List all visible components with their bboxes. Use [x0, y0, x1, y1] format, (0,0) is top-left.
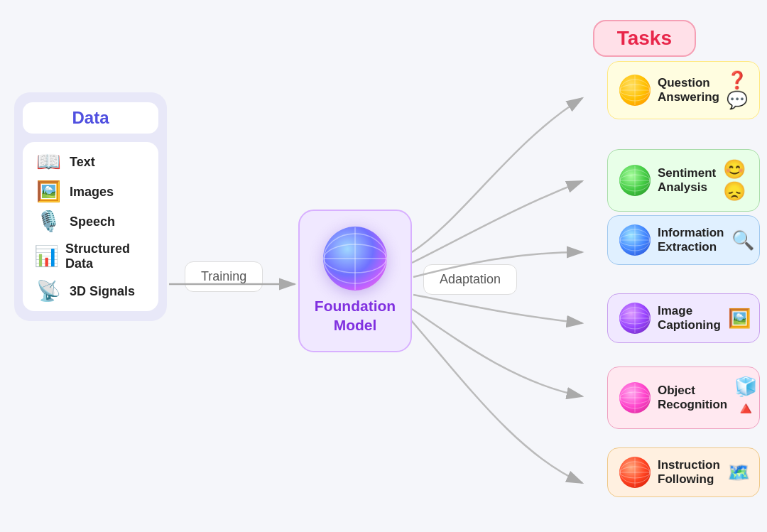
task-card-if: Instruction Following 🗺️: [607, 447, 760, 497]
task-if-emoji: 🗺️: [727, 462, 750, 484]
training-label: Training: [185, 261, 263, 292]
task-card-sa: SentimentAnalysis 😊😞: [607, 149, 760, 212]
tasks-title: Tasks: [593, 20, 696, 57]
task-card-ie: Information Extraction 🔍: [607, 215, 760, 265]
task-qa-label: Question Answering: [658, 76, 719, 104]
foundation-model-label: FoundationModel: [307, 296, 403, 335]
foundation-model-box: FoundationModel: [298, 210, 412, 352]
data-item-images-label: Images: [70, 185, 114, 200]
3d-icon: 📡: [33, 281, 64, 301]
task-ic-label: Image Captioning: [658, 304, 721, 332]
foundation-globe: [323, 227, 387, 291]
data-item-images: 🖼️ Images: [30, 179, 151, 205]
task-ic-emoji: 🖼️: [728, 308, 751, 330]
data-item-3d: 📡 3D Signals: [30, 278, 151, 304]
task-card-or: Object Recognition 🧊🔺: [607, 367, 760, 429]
text-icon: 📖: [33, 152, 64, 172]
globe-qa: [619, 75, 651, 106]
data-item-structured-label: Structured Data: [65, 241, 148, 271]
task-ie-emoji: 🔍: [731, 229, 754, 251]
adaptation-label: Adaptation: [423, 264, 517, 295]
data-item-structured: 📊 Structured Data: [30, 239, 151, 274]
data-item-3d-label: 3D Signals: [70, 284, 135, 299]
structured-icon: 📊: [33, 246, 60, 266]
images-icon: 🖼️: [33, 182, 64, 202]
task-qa-emoji: ❓💬: [727, 70, 748, 110]
data-item-text: 📖 Text: [30, 149, 151, 175]
data-item-text-label: Text: [70, 155, 95, 170]
data-item-speech-label: Speech: [70, 215, 115, 229]
task-or-emoji: 🧊🔺: [734, 376, 757, 420]
task-card-qa: Question Answering ❓💬: [607, 61, 760, 119]
globe-if: [619, 457, 651, 488]
data-panel: Data 📖 Text 🖼️ Images 🎙️ Speech 📊 Struct…: [14, 92, 167, 321]
globe-ie: [619, 224, 651, 256]
data-item-speech: 🎙️ Speech: [30, 209, 151, 234]
speech-icon: 🎙️: [33, 212, 64, 232]
data-title: Data: [23, 102, 158, 134]
task-sa-label: SentimentAnalysis: [658, 166, 716, 195]
task-if-label: Instruction Following: [658, 458, 720, 487]
task-card-ic: Image Captioning 🖼️: [607, 293, 760, 343]
globe-or: [619, 382, 651, 413]
task-sa-emoji: 😊😞: [723, 158, 748, 202]
task-or-label: Object Recognition: [658, 384, 727, 412]
globe-sa: [619, 165, 651, 196]
data-items-list: 📖 Text 🖼️ Images 🎙️ Speech 📊 Structured …: [23, 142, 158, 311]
globe-ic: [619, 303, 651, 334]
task-ie-label: Information Extraction: [658, 226, 724, 254]
